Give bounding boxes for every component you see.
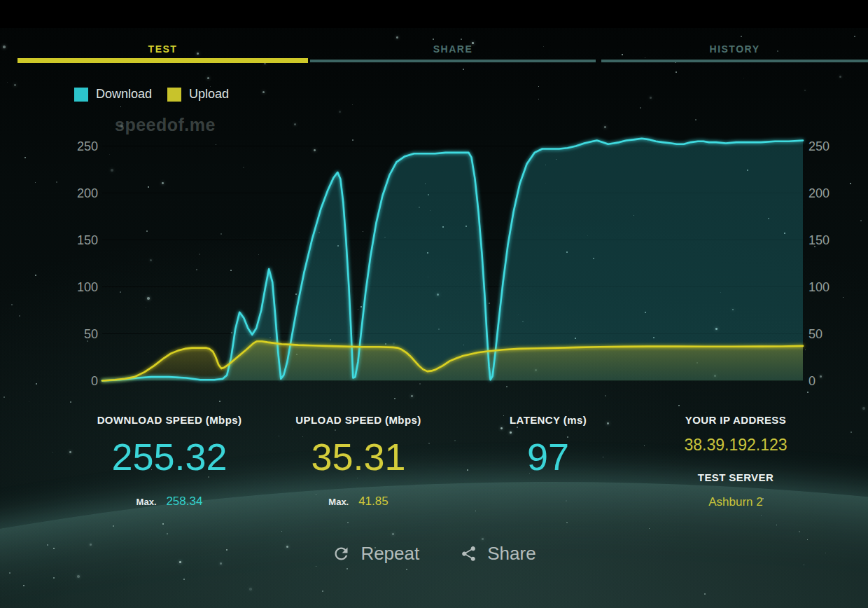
server-value: Ashburn 2 — [617, 495, 855, 509]
y-tick-label: 150 — [77, 233, 98, 247]
share-button[interactable]: Share — [460, 543, 536, 565]
upload-max-label: Max. — [328, 497, 349, 507]
download-max-value: 258.34 — [166, 495, 202, 508]
y-tick-label: 150 — [808, 233, 830, 247]
share-button-label: Share — [487, 543, 536, 565]
y-tick-label: 50 — [84, 326, 98, 341]
download-swatch — [74, 88, 88, 102]
ip-stat-header: YOUR IP ADDRESS — [617, 414, 855, 426]
tab-share-underline — [310, 60, 596, 62]
y-tick-label: 250 — [808, 139, 830, 153]
y-tick-label: 100 — [77, 279, 98, 294]
watermark: speedof.me — [115, 115, 216, 135]
y-tick-label: 250 — [77, 139, 98, 153]
tab-test[interactable]: TEST — [18, 39, 308, 63]
y-tick-label: 200 — [77, 186, 98, 200]
share-icon — [460, 545, 477, 562]
chart-legend: Download Upload — [74, 87, 236, 102]
upload-stat-max: Max. 41.85 — [239, 495, 477, 509]
server-header: TEST SERVER — [617, 471, 855, 483]
refresh-icon — [332, 544, 351, 563]
y-axis-left: 050100150200250 — [67, 126, 98, 381]
tab-history[interactable]: HISTORY — [601, 39, 868, 63]
repeat-button-label: Repeat — [360, 543, 419, 565]
tab-test-label: TEST — [18, 39, 308, 55]
top-black-bar — [0, 0, 868, 28]
y-tick-label: 200 — [808, 186, 830, 200]
y-tick-label: 0 — [808, 373, 816, 388]
y-tick-label: 100 — [808, 279, 830, 294]
ip-stat: YOUR IP ADDRESS 38.39.192.123 TEST SERVE… — [617, 414, 855, 509]
upload-legend-label: Upload — [189, 87, 229, 102]
y-axis-right: 050100150200250 — [808, 126, 839, 381]
chart-areas — [102, 139, 803, 381]
tab-share-label: SHARE — [310, 39, 596, 55]
action-buttons: Repeat Share — [0, 543, 868, 565]
y-tick-label: 0 — [91, 373, 98, 388]
download-max-label: Max. — [136, 497, 157, 507]
tab-test-underline — [18, 58, 308, 63]
tab-history-underline — [601, 60, 868, 62]
legend-item-download: Download — [74, 87, 152, 102]
y-tick-label: 50 — [808, 326, 822, 341]
download-legend-label: Download — [96, 87, 152, 102]
speedtest-app: TEST SHARE HISTORY Download Upload speed… — [0, 0, 868, 608]
tab-share[interactable]: SHARE — [310, 39, 596, 63]
tab-history-label: HISTORY — [601, 39, 868, 55]
speed-chart — [102, 126, 803, 381]
upload-swatch — [167, 88, 181, 102]
upload-max-value: 41.85 — [358, 495, 388, 508]
legend-item-upload: Upload — [167, 87, 229, 102]
ip-stat-value: 38.39.192.123 — [617, 436, 855, 455]
repeat-button[interactable]: Repeat — [332, 543, 419, 565]
